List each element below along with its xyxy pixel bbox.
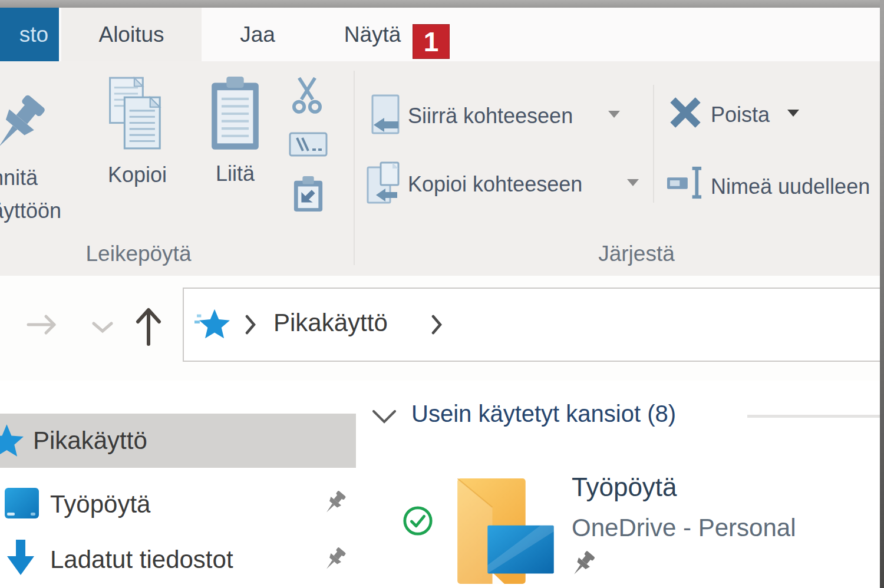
ribbon: nnitä äyttöön Kopioi: [0, 61, 884, 277]
breadcrumb-segment[interactable]: Pikakäyttö: [273, 309, 388, 337]
tile-title: Työpöytä: [572, 473, 677, 502]
pushpin-icon: [0, 85, 50, 167]
download-arrow-icon: [6, 540, 35, 577]
breadcrumb-chevron-icon[interactable]: [245, 315, 257, 335]
recent-locations-button[interactable]: [92, 322, 113, 336]
cut-button[interactable]: [292, 77, 322, 118]
ribbon-tabbar: sto Aloitus Jaa Näytä 1: [0, 8, 884, 61]
rename-button[interactable]: Nimeä uudelleen: [662, 161, 884, 214]
sidebar-item-label: Työpöytä: [50, 490, 150, 518]
sidebar-item-label: Pikakäyttö: [33, 427, 147, 455]
tab-file[interactable]: sto: [0, 8, 59, 61]
sidebar-item-label: Ladatut tiedostot: [50, 546, 233, 574]
pin-to-quick-access-label: nnitä äyttöön: [0, 161, 61, 227]
delete-icon: [669, 97, 701, 128]
explorer-body: Pikakäyttö Työpöytä: [0, 381, 884, 588]
file-explorer-window: sto Aloitus Jaa Näytä 1 nnitä äyttöön: [0, 0, 884, 588]
rename-icon: [667, 165, 702, 200]
copy-to-label: Kopioi kohteeseen: [408, 172, 582, 197]
organize-group-label: Järjestä: [377, 242, 884, 266]
pin-icon[interactable]: [321, 489, 348, 518]
pin-icon: [568, 549, 597, 581]
move-to-button[interactable]: Siirrä kohteeseen: [362, 91, 627, 150]
copy-label: Kopioi: [99, 163, 176, 187]
up-button[interactable]: [133, 305, 164, 350]
cut-icon: [292, 77, 322, 115]
forward-button[interactable]: [26, 312, 60, 339]
section-rule: [747, 415, 884, 418]
delete-label: Poista: [711, 103, 770, 127]
move-to-icon: [367, 94, 403, 140]
sidebar-item-quick-access[interactable]: Pikakäyttö: [0, 414, 356, 468]
pin-to-quick-access-button[interactable]: [0, 85, 50, 167]
delete-button[interactable]: Poista: [665, 94, 818, 141]
tab-share[interactable]: Jaa: [202, 8, 314, 61]
navigation-bar: Pikakäyttö: [0, 276, 884, 381]
annotation-badge-1: 1: [413, 24, 450, 59]
move-to-label: Siirrä kohteeseen: [408, 104, 573, 128]
section-title[interactable]: Usein käytetyt kansiot (8): [411, 401, 676, 427]
paste-button[interactable]: Liitä: [203, 75, 268, 223]
sidebar-item-downloads[interactable]: Ladatut tiedostot: [0, 536, 356, 583]
paste-label: Liitä: [203, 161, 268, 186]
section-collapse-chevron-icon[interactable]: [372, 410, 396, 424]
copy-button[interactable]: Kopioi: [99, 75, 176, 223]
rename-label: Nimeä uudelleen: [711, 174, 870, 199]
dropdown-caret-icon: [608, 111, 620, 118]
breadcrumb-chevron-icon[interactable]: [431, 315, 443, 335]
forward-arrow-icon: [26, 312, 60, 337]
up-arrow-icon: [133, 305, 164, 348]
copy-icon: [106, 75, 167, 151]
chevron-down-icon: [92, 322, 113, 333]
tile-subtitle: OneDrive - Personal: [572, 514, 796, 542]
clipboard-group-label: Leikepöytä: [12, 242, 265, 266]
paste-shortcut-icon: [292, 174, 324, 213]
paste-icon: [209, 75, 262, 152]
content-pane: Usein käytetyt kansiot (8): [357, 381, 884, 588]
copy-to-icon: [365, 161, 403, 209]
dropdown-caret-icon: [787, 110, 799, 117]
paste-shortcut-button[interactable]: [292, 174, 324, 216]
quick-access-star-icon: [0, 422, 24, 458]
folder-tile-desktop[interactable]: Työpöytä OneDrive - Personal: [380, 469, 875, 587]
desktop-icon: [5, 488, 39, 518]
titlebar-strip: [0, 0, 884, 8]
copy-path-icon: [289, 132, 328, 157]
tab-home[interactable]: Aloitus: [61, 8, 202, 61]
quick-access-star-icon: [194, 306, 230, 341]
copy-to-button[interactable]: Kopioi kohteeseen: [361, 158, 644, 217]
window-right-edge: [880, 0, 884, 588]
dropdown-caret-icon: [627, 179, 639, 186]
button-divider: [653, 85, 654, 203]
sync-ok-icon: [402, 505, 434, 537]
group-divider: [354, 71, 355, 265]
sidebar-item-desktop[interactable]: Työpöytä: [0, 481, 356, 528]
copy-path-button[interactable]: [289, 132, 328, 159]
desktop-folder-icon: [457, 478, 555, 586]
address-bar[interactable]: Pikakäyttö: [183, 288, 884, 362]
pin-icon[interactable]: [321, 546, 348, 575]
